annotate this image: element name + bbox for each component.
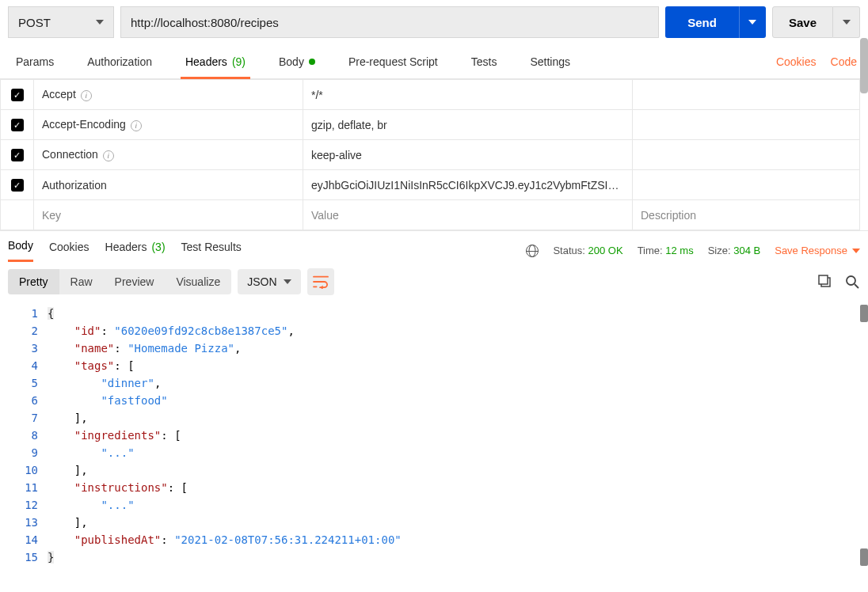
header-key[interactable]: Connectioni: [34, 140, 303, 170]
checkbox-icon[interactable]: ✓: [11, 149, 24, 161]
tab-settings[interactable]: Settings: [525, 44, 575, 78]
info-icon: i: [81, 90, 92, 101]
cookies-link[interactable]: Cookies: [776, 55, 817, 68]
checkbox-icon[interactable]: ✓: [11, 179, 24, 192]
info-icon: i: [131, 120, 142, 131]
tab-body[interactable]: Body: [274, 44, 320, 78]
save-dropdown[interactable]: [833, 6, 860, 38]
copy-icon: [818, 275, 832, 289]
value-placeholder[interactable]: Value: [303, 200, 633, 230]
tab-params[interactable]: Params: [11, 44, 59, 78]
search-button[interactable]: [844, 274, 860, 290]
header-key[interactable]: Authorization: [34, 170, 303, 200]
tab-authorization[interactable]: Authorization: [82, 44, 157, 78]
request-tabs: Params Authorization Headers (9) Body Pr…: [0, 44, 868, 79]
window-scrollbar[interactable]: [860, 38, 868, 93]
view-pretty[interactable]: Pretty: [8, 269, 59, 294]
header-key[interactable]: Accept-Encodingi: [34, 110, 303, 140]
headers-table: ✓Accepti*/*✓Accept-Encodingigzip, deflat…: [0, 79, 860, 230]
tab-label: Headers: [105, 241, 147, 253]
line-gutter: 123456789101112131415: [0, 305, 48, 566]
view-visualize[interactable]: Visualize: [165, 269, 231, 294]
request-bar: POST Send Save: [0, 0, 868, 44]
chevron-down-icon: [852, 249, 860, 253]
chevron-down-icon: [96, 20, 104, 25]
resp-headers-count: (3): [151, 241, 165, 253]
send-dropdown[interactable]: [739, 6, 766, 38]
send-button[interactable]: Send: [665, 6, 739, 38]
tab-prerequest[interactable]: Pre-request Script: [344, 44, 443, 78]
header-desc[interactable]: [633, 170, 860, 200]
method-select[interactable]: POST: [8, 6, 114, 38]
resp-tab-cookies[interactable]: Cookies: [49, 241, 89, 261]
svg-line-3: [855, 284, 858, 288]
response-view-toolbar: Pretty Raw Preview Visualize JSON: [0, 262, 868, 302]
save-button[interactable]: Save: [772, 6, 833, 38]
header-value[interactable]: gzip, deflate, br: [303, 110, 633, 140]
save-button-group: Save: [772, 6, 860, 38]
header-key[interactable]: Accepti: [34, 80, 303, 110]
info-icon: i: [103, 150, 114, 161]
globe-icon[interactable]: [526, 245, 539, 257]
format-select[interactable]: JSON: [238, 269, 300, 294]
view-preview[interactable]: Preview: [104, 269, 166, 294]
save-response-button[interactable]: Save Response: [775, 245, 860, 256]
tab-headers[interactable]: Headers (9): [181, 45, 250, 79]
chevron-down-icon: [284, 279, 291, 284]
response-body: 123456789101112131415 { "id": "6020e09fd…: [0, 302, 868, 574]
search-icon: [845, 275, 859, 289]
header-value[interactable]: */*: [303, 80, 633, 110]
svg-rect-1: [819, 275, 828, 284]
header-row[interactable]: ✓Connectionikeep-alive: [1, 140, 860, 170]
desc-placeholder[interactable]: Description: [633, 200, 860, 230]
header-value[interactable]: eyJhbGciOiJIUzI1NiIsInR5cCI6IkpXVCJ9.eyJ…: [303, 170, 633, 200]
tab-label: Body: [279, 55, 304, 68]
wrap-lines-button[interactable]: [307, 268, 334, 295]
chevron-down-icon: [748, 20, 756, 25]
header-desc[interactable]: [633, 140, 860, 170]
resp-tab-headers[interactable]: Headers (3): [105, 241, 166, 261]
scroll-indicator: [860, 305, 868, 322]
header-row[interactable]: ✓AuthorizationeyJhbGciOiJIUzI1NiIsInR5cC…: [1, 170, 860, 200]
header-row[interactable]: ✓Accept-Encodingigzip, deflate, br: [1, 110, 860, 140]
header-desc[interactable]: [633, 110, 860, 140]
resp-tab-tests[interactable]: Test Results: [181, 241, 242, 261]
time-group: Time: 12 ms: [638, 245, 694, 256]
resp-tab-body[interactable]: Body: [8, 239, 33, 262]
checkbox-icon[interactable]: ✓: [11, 89, 24, 101]
key-placeholder[interactable]: Key: [34, 200, 303, 230]
send-button-group: Send: [665, 6, 766, 38]
tab-label: Headers: [185, 55, 227, 68]
header-value[interactable]: keep-alive: [303, 140, 633, 170]
url-input[interactable]: [120, 6, 659, 38]
header-row-new[interactable]: KeyValueDescription: [1, 200, 860, 230]
format-value: JSON: [247, 275, 276, 288]
scroll-indicator: [860, 548, 868, 566]
svg-point-2: [847, 276, 855, 285]
headers-count: (9): [232, 55, 246, 68]
wrap-icon: [312, 275, 329, 289]
code-content[interactable]: { "id": "6020e09fd92c8cb8e1387ce5", "nam…: [48, 305, 402, 566]
body-indicator-icon: [309, 59, 315, 65]
size-group: Size: 304 B: [708, 245, 761, 256]
view-mode-group: Pretty Raw Preview Visualize: [8, 269, 231, 294]
code-link[interactable]: Code: [831, 55, 857, 68]
copy-button[interactable]: [817, 274, 833, 290]
header-row[interactable]: ✓Accepti*/*: [1, 80, 860, 110]
header-desc[interactable]: [633, 80, 860, 110]
status-group: Status: 200 OK: [553, 245, 622, 256]
tab-tests[interactable]: Tests: [466, 44, 502, 78]
view-raw[interactable]: Raw: [59, 269, 104, 294]
chevron-down-icon: [843, 20, 851, 25]
response-tabs: Body Cookies Headers (3) Test Results St…: [0, 230, 868, 262]
method-value: POST: [18, 16, 51, 29]
checkbox-icon[interactable]: ✓: [11, 119, 24, 131]
